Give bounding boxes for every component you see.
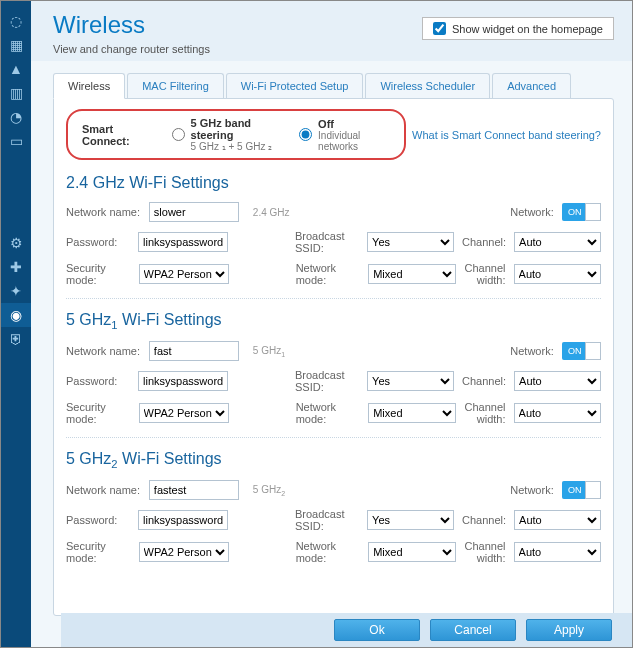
- select-52-broadcast[interactable]: Yes: [367, 510, 454, 530]
- lbl-network: Network:: [505, 206, 554, 218]
- apply-button[interactable]: Apply: [526, 619, 612, 641]
- select-51-security[interactable]: WPA2 Personal: [139, 403, 229, 423]
- tab-wps[interactable]: Wi-Fi Protected Setup: [226, 73, 364, 99]
- wireless-panel: Smart Connect: 5 GHz band steering 5 GHz…: [53, 98, 614, 616]
- section-5ghz2-title: 5 GHz2 Wi-Fi Settings: [66, 450, 601, 470]
- ok-button[interactable]: Ok: [334, 619, 420, 641]
- smart-radio-off[interactable]: Off Individual networks: [299, 118, 390, 152]
- select-51-channel[interactable]: Auto: [514, 371, 601, 391]
- hint-51: 5 GHz1: [253, 345, 305, 358]
- smart-connect-label: Smart Connect:: [82, 123, 154, 147]
- smart-radio-steering[interactable]: 5 GHz band steering 5 GHz ₁ + 5 GHz ₂: [172, 117, 282, 152]
- select-24-channel[interactable]: Auto: [514, 232, 601, 252]
- smart-connect-help-link[interactable]: What is Smart Connect band steering?: [412, 129, 601, 141]
- page-subtitle: View and change router settings: [53, 43, 210, 55]
- sidebar: ◌ ▦ ▲ ▥ ◔ ▭ ⚙ ✚ ✦ ◉ ⛨: [1, 1, 31, 647]
- sidebar-icon-troubleshoot[interactable]: ✦: [1, 279, 31, 303]
- toggle-24-network[interactable]: ON: [562, 203, 601, 221]
- toggle-52-network[interactable]: ON: [562, 481, 601, 499]
- select-52-chwidth[interactable]: Auto: [514, 542, 601, 562]
- show-widget-checkbox[interactable]: Show widget on the homepage: [422, 17, 614, 40]
- sidebar-icon-parental[interactable]: ▥: [1, 81, 31, 105]
- cancel-button[interactable]: Cancel: [430, 619, 516, 641]
- select-24-chwidth[interactable]: Auto: [514, 264, 601, 284]
- show-widget-label: Show widget on the homepage: [452, 23, 603, 35]
- smart-radio-steering-input[interactable]: [172, 128, 185, 141]
- hint-24: 2.4 GHz: [253, 207, 305, 218]
- section-24ghz: 2.4 GHz Wi-Fi Settings Network name: 2.4…: [66, 174, 601, 286]
- select-51-chwidth[interactable]: Auto: [514, 403, 601, 423]
- select-52-security[interactable]: WPA2 Personal: [139, 542, 229, 562]
- select-51-broadcast[interactable]: Yes: [367, 371, 454, 391]
- select-52-channel[interactable]: Auto: [514, 510, 601, 530]
- input-24-ssid[interactable]: [149, 202, 239, 222]
- select-24-netmode[interactable]: Mixed: [368, 264, 455, 284]
- page-title: Wireless: [53, 11, 210, 39]
- footer: Ok Cancel Apply: [61, 613, 632, 647]
- sidebar-icon-storage[interactable]: ▭: [1, 129, 31, 153]
- lbl-network-name: Network name:: [66, 206, 141, 218]
- sidebar-icon-devices[interactable]: ▦: [1, 33, 31, 57]
- section-24ghz-title: 2.4 GHz Wi-Fi Settings: [66, 174, 601, 192]
- sidebar-icon-wireless[interactable]: ◉: [1, 303, 31, 327]
- lbl-chwidth: Channel width:: [464, 262, 506, 286]
- smart-connect-row: Smart Connect: 5 GHz band steering 5 GHz…: [66, 109, 406, 160]
- tab-advanced[interactable]: Advanced: [492, 73, 571, 99]
- lbl-password: Password:: [66, 236, 130, 248]
- sidebar-icon-alerts[interactable]: ▲: [1, 57, 31, 81]
- sidebar-icon-dashboard[interactable]: ◌: [1, 9, 31, 33]
- lbl-channel: Channel:: [462, 236, 506, 248]
- sidebar-icon-settings[interactable]: ⚙: [1, 231, 31, 255]
- lbl-netmode: Network mode:: [296, 262, 361, 286]
- select-52-netmode[interactable]: Mixed: [368, 542, 455, 562]
- select-24-security[interactable]: WPA2 Personal: [139, 264, 229, 284]
- input-24-password[interactable]: [138, 232, 228, 252]
- sidebar-icon-speed[interactable]: ◔: [1, 105, 31, 129]
- toggle-51-network[interactable]: ON: [562, 342, 601, 360]
- lbl-security: Security mode:: [66, 262, 131, 286]
- show-widget-input[interactable]: [433, 22, 446, 35]
- lbl-broadcast: Broadcast SSID:: [295, 230, 359, 254]
- tab-scheduler[interactable]: Wireless Scheduler: [365, 73, 490, 99]
- section-5ghz2: 5 GHz2 Wi-Fi Settings Network name: 5 GH…: [66, 450, 601, 564]
- sidebar-icon-tools[interactable]: ✚: [1, 255, 31, 279]
- input-52-password[interactable]: [138, 510, 228, 530]
- tab-wireless[interactable]: Wireless: [53, 73, 125, 99]
- input-51-ssid[interactable]: [149, 341, 239, 361]
- select-51-netmode[interactable]: Mixed: [368, 403, 455, 423]
- tab-mac-filtering[interactable]: MAC Filtering: [127, 73, 224, 99]
- input-52-ssid[interactable]: [149, 480, 239, 500]
- section-5ghz1-title: 5 GHz1 Wi-Fi Settings: [66, 311, 601, 331]
- section-5ghz1: 5 GHz1 Wi-Fi Settings Network name: 5 GH…: [66, 311, 601, 425]
- hint-52: 5 GHz2: [253, 484, 305, 497]
- select-24-broadcast[interactable]: Yes: [367, 232, 454, 252]
- smart-radio-off-input[interactable]: [299, 128, 312, 141]
- input-51-password[interactable]: [138, 371, 228, 391]
- sidebar-icon-security[interactable]: ⛨: [1, 327, 31, 351]
- tabs: Wireless MAC Filtering Wi-Fi Protected S…: [53, 73, 614, 99]
